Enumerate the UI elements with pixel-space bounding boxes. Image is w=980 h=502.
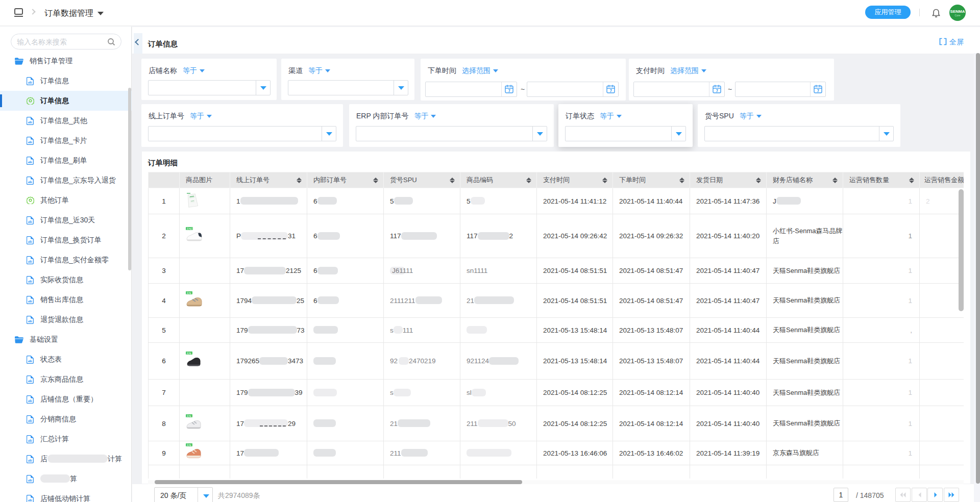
svg-text:天猫: 天猫 xyxy=(187,291,192,294)
svg-text:天猫正品: 天猫正品 xyxy=(187,227,197,230)
svg-text:天猫: 天猫 xyxy=(187,443,192,446)
svg-text:天猫: 天猫 xyxy=(187,414,192,417)
svg-text:天猫: 天猫 xyxy=(187,352,192,355)
